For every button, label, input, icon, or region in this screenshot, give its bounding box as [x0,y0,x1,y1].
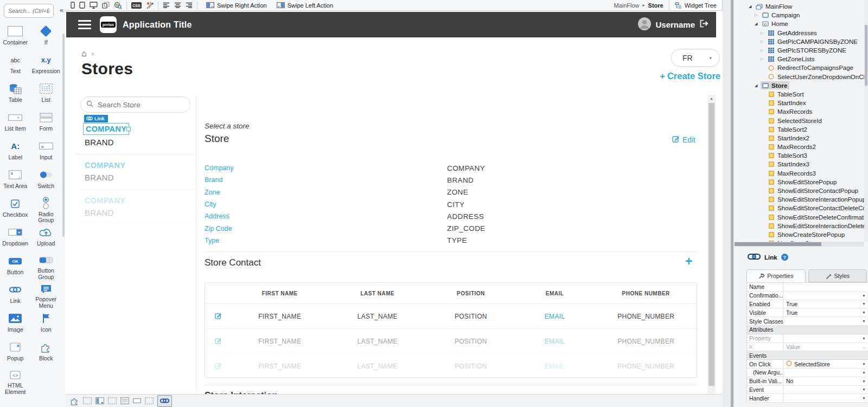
align-right-icon[interactable] [186,2,193,8]
contact-table-row[interactable]: FIRST_NAMELAST_NAMEPOSITIONEMAILPHONE_NU… [205,304,697,329]
container-dashed-icon[interactable] [145,396,154,406]
toolbox-item-text[interactable]: abcText [0,50,31,79]
toolbox-item-label[interactable]: A:Label [0,137,31,165]
theme-icon[interactable] [146,2,154,9]
expand-icon[interactable]: ▷ [761,31,767,35]
dropdown-arrow-icon[interactable]: ▼ [860,337,868,340]
toolbox-item-button-group[interactable]: Button Group [31,251,62,280]
dropdown-arrow-icon[interactable]: ▼ [860,302,868,306]
tree-node-getaddresses[interactable]: ▷GetAddresses [735,29,864,37]
user-menu[interactable]: Username [638,17,716,33]
collapse-sidebar-icon[interactable]: « [60,6,63,14]
dropdown-arrow-icon[interactable]: ▼ [860,311,868,314]
toolbox-item-popover-menu[interactable]: Popover Menu [31,280,62,309]
panel-splitter[interactable] [723,0,735,407]
dropdown-arrow-icon[interactable]: ▼ [860,396,868,400]
property-value[interactable]: True [783,309,860,316]
store-company-link[interactable]: COMPANY [85,161,125,170]
tab-swipe-right-action[interactable]: Swipe Right Action [202,0,271,11]
toolbox-item-image[interactable]: Image [0,309,31,338]
expand-icon[interactable]: ▷ [755,13,761,17]
tree-node-showeditstoreinteractiondelete[interactable]: ShowEditStoreInteractionDelete [735,222,864,230]
toolbox-item-block[interactable]: Block [31,338,62,366]
monitor-icon[interactable] [90,2,98,9]
toolbox-search-input[interactable] [4,4,54,18]
css-icon[interactable]: CSS [131,2,142,9]
tree-node-startindex[interactable]: StartIndex [735,99,864,107]
collapse-icon[interactable]: ◢ [755,83,761,88]
store-search-input[interactable] [97,100,180,109]
toolbox-item-input[interactable]: aInput [31,137,62,165]
toolbox-item-html-element[interactable]: <>HTML Element [0,366,31,395]
property-value[interactable]: True [783,301,860,307]
property-row-property[interactable]: Property▼ [747,334,868,343]
list-small-icon[interactable] [120,396,129,406]
property-row-[interactable]: =Value… [747,343,868,352]
store-field-label[interactable]: Type [205,237,219,244]
align-center-icon[interactable] [174,2,181,8]
tree-node-startindex3[interactable]: StartIndex3 [735,160,864,169]
tree-node-selectedstoreid[interactable]: SelectedStoreId [735,116,864,125]
tree-vertical-scrollbar[interactable] [864,0,868,242]
contact-table-row[interactable]: FIRST_NAMELAST_NAMEPOSITIONEMAILPHONE_NU… [205,329,697,354]
tree-node-campaign[interactable]: ▷Campaign [735,11,864,20]
tree-node-maxrecords[interactable]: MaxRecords [735,107,864,116]
store-list-item[interactable]: LinkCOMPANYBRAND [76,113,195,154]
toolbox-item-dropdown[interactable]: Dropdown [0,223,31,251]
container-dashed-icon[interactable] [108,396,117,406]
toolbox-item-container[interactable]: Container [0,22,31,50]
collapse-icon[interactable]: ◢ [755,22,761,26]
toolbox-item-radio-group[interactable]: Radio Group [31,194,62,223]
property-row-new-argu[interactable]: (New Argu...▼ [747,369,868,377]
tree-vscroll-thumb[interactable] [865,25,867,86]
dropdown-arrow-icon[interactable]: ▼ [860,362,868,366]
tree-node-showcreatestorepopup[interactable]: ShowCreateStorePopup [735,230,864,239]
expand-icon[interactable]: ▷ [761,57,767,61]
store-list-item[interactable]: COMPANYBRAND [76,154,195,190]
toolbox-item-popup[interactable]: Popup [0,338,31,366]
menu-icon[interactable] [78,20,91,29]
edit-contact-icon[interactable] [205,312,232,321]
store-field-label[interactable]: Company [205,164,234,172]
property-row-built-in-vali[interactable]: Built-in Vali...No▼ [747,377,868,386]
canvas-scrollbar[interactable]: ▲ [707,95,716,394]
toolbox-item-text-area[interactable]: aText Area [0,165,31,194]
contact-table-row[interactable]: FIRST_NAMELAST_NAMEPOSITIONEMAILPHONE_NU… [205,354,697,378]
tab-styles[interactable]: Styles [808,269,867,282]
tree-node-store[interactable]: ◢Store [735,81,864,90]
rect-small-icon[interactable] [133,396,141,406]
property-row-enabled[interactable]: EnabledTrue▼ [747,300,868,309]
dropdown-arrow-icon[interactable]: ▼ [860,294,868,298]
toolbox-scrollbar[interactable] [62,34,65,237]
tree-node-getzonelists[interactable]: ▷GetZoneLists [735,55,864,63]
property-row-visible[interactable]: VisibleTrue▼ [747,308,868,317]
property-row-handler[interactable]: Handler▼ [747,394,868,403]
tree-node-redirecttocampaignspage[interactable]: RedirectToCampaignsPage [735,63,864,72]
create-store-link[interactable]: +Create Store [640,71,720,81]
property-row-on-click[interactable]: On ClickSelectedStore▼ [747,360,868,369]
tree-node-home[interactable]: ◢Home [735,20,864,28]
expand-icon[interactable]: ▷ [761,40,767,44]
language-selector[interactable]: FR ▾ [671,49,720,67]
tree-horizontal-scrollbar[interactable] [735,242,864,247]
tablet-icon[interactable] [79,2,85,9]
browser-preview-icon[interactable] [114,2,122,9]
tree-node-showeditstorecontactdeleteco[interactable]: ShowEditStoreContactDeleteCo [735,204,864,212]
align-left-icon[interactable] [163,2,170,8]
toolbox-item-table[interactable]: Table [0,79,31,108]
toolbox-item-button[interactable]: OKButton [0,251,31,280]
dropdown-arrow-icon[interactable]: ▼ [860,379,868,383]
toolbox-item-list[interactable]: List [31,79,62,108]
layout-icon[interactable] [95,396,104,406]
property-value[interactable]: Value [783,344,860,350]
dropdown-arrow-icon[interactable]: ▼ [860,371,868,374]
home-icon[interactable]: ⌂ [81,49,87,59]
contact-email-link[interactable]: EMAIL [514,338,596,345]
toolbox-item-if[interactable]: If [31,22,62,50]
toolbox-item-upload[interactable]: Upload [31,223,62,251]
property-value[interactable]: SelectedStore [783,360,860,367]
tree-node-showeditstorecontactpopup[interactable]: ShowEditStoreContactPopup [735,186,864,195]
store-field-label[interactable]: Brand [205,176,222,184]
tree-node-tablesort3[interactable]: TableSort3 [735,151,864,160]
store-field-label[interactable]: Zip Code [205,225,232,232]
